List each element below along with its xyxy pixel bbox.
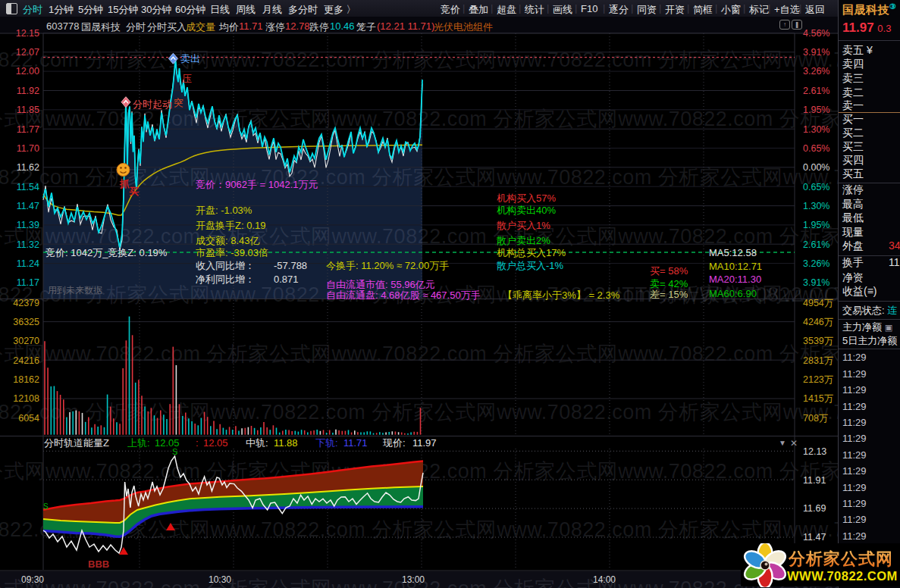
svg-text:买: 买 [129,186,139,197]
svg-text:▼: ▼ [779,439,786,447]
svg-text:竞价: 1042万_竞换Z: 0.19%: 竞价: 1042万_竞换Z: 0.19% [45,247,168,258]
svg-text::: : [196,437,199,449]
svg-text:14:00: 14:00 [593,574,616,585]
svg-text:3.91%: 3.91% [803,47,829,58]
svg-text:1.30%: 1.30% [803,124,829,135]
svg-text:11.85: 11.85 [17,105,39,115]
svg-text:42379: 42379 [13,298,39,308]
svg-text:散户买入1%: 散户买入1% [496,220,550,231]
svg-text:1.95%: 1.95% [803,105,829,115]
svg-text:MA60:6.90: MA60:6.90 [709,288,757,299]
svg-text:11.62: 11.62 [17,162,39,173]
svg-text:3539万: 3539万 [803,336,833,346]
svg-text:0.00%: 0.00% [803,162,829,173]
svg-text:3.26%: 3.26% [803,258,829,269]
svg-text:11.77: 11.77 [17,124,39,135]
svg-text:机构买入57%: 机构买入57% [497,192,556,204]
svg-text:卖= 42%: 卖= 42% [650,278,688,289]
svg-text:差= 15%: 差= 15% [650,289,688,300]
svg-text:12.07: 12.07 [16,47,39,58]
svg-text:散户总买入-1%: 散户总买入-1% [496,260,564,271]
svg-text:MA10:12.71: MA10:12.71 [709,261,762,272]
svg-text:11.71: 11.71 [343,437,368,449]
svg-text:卖出: 卖出 [180,53,200,64]
svg-text:13:00: 13:00 [402,574,425,585]
svg-text:1.30%: 1.30% [803,201,829,211]
svg-text:11.47: 11.47 [17,201,39,211]
svg-text:机构总买入17%: 机构总买入17% [497,247,566,258]
svg-text:竞价：9062手 = 1042.1万元: 竞价：9062手 = 1042.1万元 [196,179,318,190]
svg-text:MA20:11.30: MA20:11.30 [709,274,761,285]
svg-text:市盈率: -39.03倍: 市盈率: -39.03倍 [196,247,268,258]
svg-text:突: 突 [174,97,183,108]
svg-text:用到未来数据: 用到未来数据 [48,285,102,296]
svg-text:收入同比增：: 收入同比增： [196,260,255,271]
svg-text:-57.788: -57.788 [274,260,307,271]
svg-text:机构卖出40%: 机构卖出40% [497,205,556,216]
svg-text:抓: 抓 [119,178,130,189]
svg-text:2123万: 2123万 [803,374,833,385]
svg-text:30270: 30270 [13,336,39,346]
svg-text:0.65%: 0.65% [803,143,829,154]
svg-text:分时起动: 分时起动 [133,99,172,110]
svg-text:12.05: 12.05 [155,437,180,449]
svg-text:24216: 24216 [13,355,39,366]
svg-text:11.91: 11.91 [803,475,826,486]
svg-text:36325: 36325 [13,317,39,327]
svg-text:0.871: 0.871 [274,274,299,285]
svg-text:BBB: BBB [88,558,109,570]
svg-text:2831万: 2831万 [803,355,833,366]
svg-text:12.00: 12.00 [16,66,39,77]
svg-text:S: S [43,502,49,511]
svg-text:11.70: 11.70 [17,143,39,154]
svg-text:11.47: 11.47 [803,532,826,543]
svg-text:11.24: 11.24 [17,258,39,269]
svg-text:10:30: 10:30 [209,574,231,585]
svg-text:11.39: 11.39 [17,220,39,230]
svg-text:12.15: 12.15 [16,28,39,39]
svg-text:11.92: 11.92 [17,86,39,96]
svg-text:现价:: 现价: [382,437,406,449]
svg-text:4246万: 4246万 [803,317,833,327]
svg-text:708万: 708万 [803,413,828,424]
svg-text:开盘换手Z: 0.19: 开盘换手Z: 0.19 [196,220,265,231]
svg-text:下轨:: 下轨: [315,437,338,449]
svg-text:4.56%: 4.56% [803,28,829,39]
svg-text:压: 压 [182,73,192,84]
svg-text:分时轨道能量Z: 分时轨道能量Z [44,437,109,449]
svg-text:3.26%: 3.26% [803,66,829,77]
svg-text:买= 58%: 买= 58% [650,265,688,277]
svg-text:【乖离率小于3%】 = 2.3%: 【乖离率小于3%】 = 2.3% [503,289,620,301]
svg-text:18162: 18162 [13,374,39,385]
svg-text:上轨:: 上轨: [127,437,150,449]
svg-text:S: S [172,447,177,456]
svg-text:11.54: 11.54 [17,182,39,192]
svg-text:11.88: 11.88 [274,437,298,449]
svg-text:2.61%: 2.61% [803,86,829,96]
svg-text:今换手: 11.20% ≈ 72.00万手: 今换手: 11.20% ≈ 72.00万手 [326,260,449,271]
svg-text:09:30: 09:30 [21,574,44,585]
svg-text:✕: ✕ [790,438,798,449]
svg-text:12.05: 12.05 [203,437,228,449]
svg-text:中轨:: 中轨: [246,437,268,449]
svg-text:6054: 6054 [18,413,39,424]
svg-text:1415万: 1415万 [803,393,833,404]
svg-text:开盘: -1.03%: 开盘: -1.03% [196,205,252,216]
svg-text:11.32: 11.32 [17,239,39,250]
svg-text:自由流通盘: 4.68亿股 ≈ 467.50万手: 自由流通盘: 4.68亿股 ≈ 467.50万手 [326,289,481,301]
svg-text:12.13: 12.13 [803,446,826,457]
svg-text:11.97: 11.97 [412,437,437,449]
svg-text:0.65%: 0.65% [803,182,829,192]
svg-text:净利同比增：: 净利同比增： [196,274,255,285]
svg-text:11.69: 11.69 [803,503,826,514]
svg-text:1.95%: 1.95% [803,220,829,230]
svg-text:3.91%: 3.91% [803,277,829,288]
svg-text:12108: 12108 [13,393,39,404]
svg-text:2.61%: 2.61% [803,239,829,250]
svg-text:散户卖出2%: 散户卖出2% [496,235,550,246]
svg-text:11.17: 11.17 [17,277,39,288]
svg-text:成交额: 8.43亿: 成交额: 8.43亿 [196,235,260,246]
svg-text:MA5:12.58: MA5:12.58 [709,247,757,258]
svg-text:4954万: 4954万 [803,298,833,308]
